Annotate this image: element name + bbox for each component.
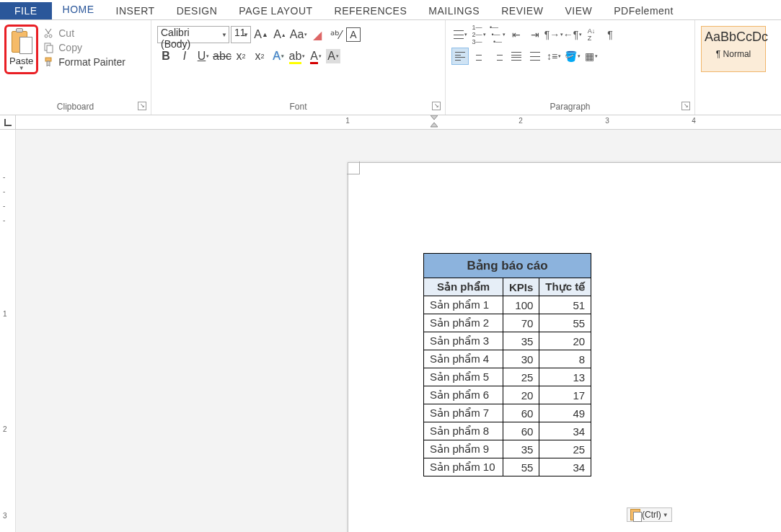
table-row[interactable]: Sản phẩm 110051	[424, 296, 591, 314]
tab-pdfelement[interactable]: PDFelement	[603, 2, 684, 19]
clipboard-launcher-icon[interactable]: ↘	[138, 102, 146, 110]
tab-home[interactable]: HOME	[52, 1, 105, 19]
table-title: Bảng báo cáo	[424, 254, 591, 278]
highlight-button[interactable]: ab	[288, 48, 306, 65]
ruler-mark-3: 3	[605, 117, 609, 125]
cell-kpi: 55	[503, 458, 539, 476]
font-color-button[interactable]: A	[307, 48, 325, 65]
scissors-icon	[43, 27, 54, 39]
paste-options-button[interactable]: (Ctrl) ▼	[627, 507, 672, 522]
character-border-button[interactable]: A	[346, 27, 361, 42]
bold-button[interactable]: B	[157, 48, 175, 65]
bullets-button[interactable]	[451, 26, 469, 43]
grow-font-button[interactable]: A▲	[252, 26, 270, 43]
cell-kpi: 70	[503, 314, 539, 332]
font-size-select[interactable]: 11 ▼	[231, 26, 251, 43]
tab-file[interactable]: FILE	[0, 2, 52, 19]
table-row[interactable]: Sản phẩm 27055	[424, 314, 591, 332]
tab-view[interactable]: VIEW	[554, 2, 603, 19]
shrink-font-button[interactable]: A▲	[271, 26, 288, 43]
paste-button[interactable]: Paste ▼	[4, 25, 38, 74]
hanging-indent-icon[interactable]	[431, 123, 438, 128]
text-effects-button[interactable]: A	[270, 48, 287, 65]
rtl-button[interactable]: ←¶	[564, 26, 581, 43]
paste-options-label: (Ctrl)	[642, 510, 661, 520]
line-spacing-button[interactable]: ↕≡	[545, 48, 562, 65]
justify-button[interactable]	[508, 48, 525, 65]
cell-kpi: 35	[503, 332, 539, 350]
strikethrough-button[interactable]: abc	[213, 48, 231, 65]
font-name-select[interactable]: Calibri (Body) ▼	[157, 26, 229, 43]
vertical-ruler[interactable]: - - - - 1 2 3	[0, 130, 16, 532]
tab-review[interactable]: REVIEW	[490, 2, 554, 19]
italic-button[interactable]: I	[176, 48, 193, 65]
table-row[interactable]: Sản phẩm 76049	[424, 404, 591, 422]
ruler-mark-2: 2	[519, 117, 523, 125]
shading-button[interactable]: 🪣	[564, 48, 581, 65]
sort-button[interactable]: A↓Z	[583, 26, 600, 43]
first-line-indent-icon[interactable]	[431, 115, 438, 121]
underline-button[interactable]: U	[195, 48, 212, 65]
paragraph-launcher-icon[interactable]: ↘	[681, 102, 690, 110]
paste-dropdown-icon[interactable]: ▼	[19, 66, 25, 71]
tab-references[interactable]: REFERENCES	[324, 2, 418, 19]
decrease-indent-button[interactable]: ⇤	[508, 26, 525, 43]
chevron-down-icon: ▼	[243, 32, 249, 38]
table-row[interactable]: Sản phẩm 33520	[424, 332, 591, 350]
table-row[interactable]: Sản phẩm 93525	[424, 440, 591, 458]
subscript-button[interactable]: x2	[232, 48, 250, 65]
cell-product: Sản phẩm 10	[424, 458, 503, 476]
document-canvas[interactable]: Bảng báo cáo Sản phẩm KPIs Thực tế Sản p…	[30, 130, 781, 532]
numbering-button[interactable]: 1—2—3—	[470, 26, 487, 43]
cell-product: Sản phẩm 5	[424, 368, 503, 386]
clear-formatting-button[interactable]: ◢	[309, 26, 326, 43]
page: Bảng báo cáo Sản phẩm KPIs Thực tế Sản p…	[348, 162, 781, 532]
vruler-mark-2: 2	[3, 425, 7, 433]
table-row[interactable]: Sản phẩm 4308	[424, 350, 591, 368]
align-right-button[interactable]	[489, 48, 506, 65]
tab-selector[interactable]	[0, 115, 16, 130]
data-table[interactable]: Bảng báo cáo Sản phẩm KPIs Thực tế Sản p…	[423, 253, 591, 476]
tab-page-layout[interactable]: PAGE LAYOUT	[228, 2, 323, 19]
table-row[interactable]: Sản phẩm 86034	[424, 422, 591, 440]
style-normal[interactable]: AaBbCcDc ¶ Normal	[701, 26, 766, 72]
table-row[interactable]: Sản phẩm 52513	[424, 368, 591, 386]
font-launcher-icon[interactable]: ↘	[432, 102, 441, 110]
phonetic-guide-button[interactable]: ᵃᵇ⁄	[327, 26, 345, 43]
tab-design[interactable]: DESIGN	[166, 2, 229, 19]
tab-insert[interactable]: INSERT	[105, 2, 166, 19]
cut-button[interactable]: Cut	[43, 27, 125, 39]
change-case-button[interactable]: Aa	[290, 26, 307, 43]
distributed-button[interactable]	[526, 48, 544, 65]
ruler-mark-4: 4	[692, 117, 696, 125]
horizontal-ruler[interactable]: 1 2 3 4	[30, 115, 781, 129]
table-row[interactable]: Sản phẩm 105534	[424, 458, 591, 476]
increase-indent-button[interactable]: ⇥	[526, 26, 544, 43]
borders-button[interactable]: ▦	[583, 48, 600, 65]
format-painter-label: Format Painter	[58, 56, 125, 68]
col-product: Sản phẩm	[424, 278, 503, 296]
cell-actual: 55	[539, 314, 591, 332]
align-left-button[interactable]	[451, 48, 469, 65]
menu-tabs: FILE HOME INSERT DESIGN PAGE LAYOUT REFE…	[0, 0, 781, 20]
format-painter-button[interactable]: Format Painter	[43, 56, 125, 68]
ltr-button[interactable]: ¶→	[545, 26, 562, 43]
clipboard-icon	[11, 28, 32, 56]
cut-label: Cut	[58, 27, 74, 39]
clipboard-group-label: Clipboard ↘	[3, 100, 148, 113]
cell-actual: 20	[539, 332, 591, 350]
show-marks-button[interactable]: ¶	[601, 26, 619, 43]
table-row[interactable]: Sản phẩm 62017	[424, 386, 591, 404]
copy-button[interactable]: Copy	[43, 42, 125, 53]
char-shading-button[interactable]: A	[326, 49, 340, 63]
cell-product: Sản phẩm 3	[424, 332, 503, 350]
multilevel-list-button[interactable]: •— •— •—	[489, 26, 506, 43]
svg-rect-3	[47, 45, 53, 53]
cell-actual: 51	[539, 296, 591, 314]
font-name-value: Calibri (Body)	[161, 27, 190, 50]
superscript-button[interactable]: x2	[251, 48, 268, 65]
cell-actual: 34	[539, 422, 591, 440]
tab-mailings[interactable]: MAILINGS	[418, 2, 490, 19]
align-center-button[interactable]	[470, 48, 487, 65]
group-clipboard: Paste ▼ Cut Copy Format Painter Clipbo	[0, 20, 151, 115]
